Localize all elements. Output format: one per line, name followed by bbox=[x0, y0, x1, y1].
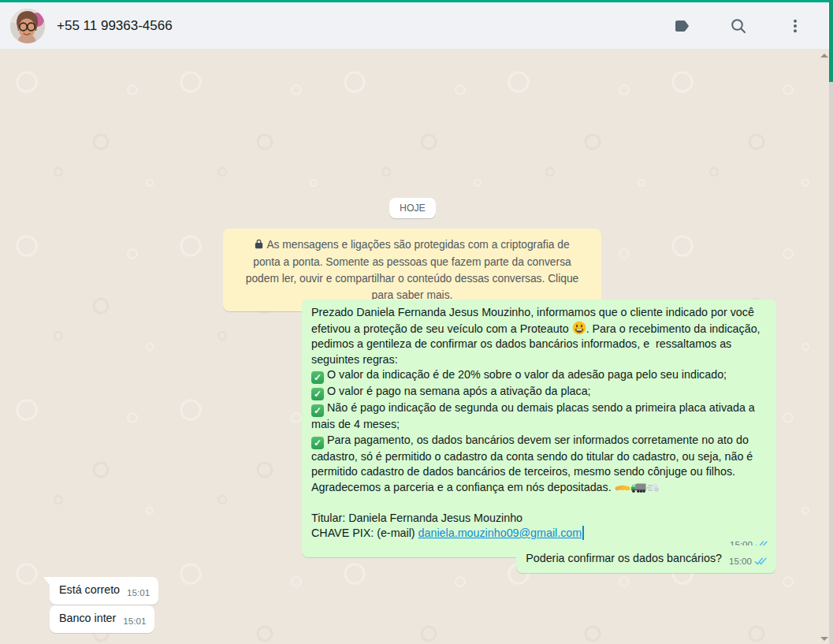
message-bubble-reply2[interactable]: Banco inter15:01 bbox=[50, 605, 154, 633]
whatsapp-chat-window: +55 11 99363-4566 bbox=[0, 0, 833, 644]
avatar-photo bbox=[10, 9, 45, 43]
read-ticks-icon bbox=[754, 557, 768, 566]
message-meta: 15:00 bbox=[729, 556, 768, 566]
label-button[interactable] bbox=[666, 10, 697, 42]
scrollbar-track[interactable] bbox=[829, 0, 833, 644]
header-actions bbox=[666, 10, 811, 42]
message-time: 15:00 bbox=[729, 556, 752, 566]
scroll-down-arrow-icon[interactable] bbox=[820, 637, 828, 641]
message-row: Banco inter15:01 bbox=[50, 605, 154, 633]
date-chip: HOJE bbox=[389, 198, 436, 218]
pix-email-link[interactable]: daniela.mouzinho09@gmail.com bbox=[418, 527, 582, 539]
message-meta: 15:01 bbox=[123, 616, 146, 626]
message-bubble-rules[interactable]: Prezado Daniela Fernanda Jesus Mouzinho,… bbox=[302, 300, 776, 557]
handshake-emoji bbox=[615, 482, 630, 493]
chat-area: HOJE As mensagens e ligações são protegi… bbox=[0, 49, 833, 644]
message-time: 15:01 bbox=[127, 587, 150, 597]
message-text: Poderia confirmar os dados bancários? bbox=[526, 552, 722, 564]
chat-header: +55 11 99363-4566 bbox=[0, 2, 828, 49]
message-row: Prezado Daniela Fernanda Jesus Mouzinho,… bbox=[302, 300, 776, 557]
check-mark-emoji: ✓ bbox=[311, 404, 324, 417]
contact-phone-number[interactable]: +55 11 99363-4566 bbox=[57, 18, 173, 34]
menu-button[interactable] bbox=[779, 10, 811, 42]
message-bubble-confirm[interactable]: Poderia confirmar os dados bancários?15:… bbox=[516, 545, 776, 573]
check-mark-emoji: ✓ bbox=[311, 437, 324, 449]
message-row: Poderia confirmar os dados bancários?15:… bbox=[516, 545, 776, 573]
scroll-up-arrow-icon[interactable] bbox=[820, 54, 828, 58]
message-row: Está correto15:01 bbox=[50, 577, 158, 605]
truck-emoji bbox=[630, 482, 646, 493]
window-accent-line bbox=[0, 0, 833, 2]
message-bubble-reply1[interactable]: Está correto15:01 bbox=[50, 577, 158, 605]
lock-icon bbox=[255, 237, 263, 254]
kebab-menu-icon bbox=[786, 17, 805, 35]
text-cursor bbox=[582, 526, 584, 540]
scrollbar-thumb[interactable] bbox=[829, 0, 833, 82]
encryption-notice-text: As mensagens e ligações são protegidas c… bbox=[246, 239, 579, 301]
contact-avatar[interactable] bbox=[10, 9, 45, 43]
message-text: Banco inter bbox=[59, 612, 116, 624]
search-icon bbox=[729, 17, 748, 35]
message-meta: 15:01 bbox=[127, 587, 150, 597]
message-text: Prezado Daniela Fernanda Jesus Mouzinho,… bbox=[311, 306, 764, 539]
search-button[interactable] bbox=[723, 10, 754, 42]
dash-emoji bbox=[646, 482, 660, 493]
message-time: 15:01 bbox=[123, 616, 146, 626]
check-mark-emoji: ✓ bbox=[311, 371, 324, 384]
message-text: Está correto bbox=[59, 583, 120, 596]
grinning-face-emoji bbox=[572, 321, 586, 335]
check-mark-emoji: ✓ bbox=[311, 388, 324, 400]
label-icon bbox=[672, 17, 691, 35]
